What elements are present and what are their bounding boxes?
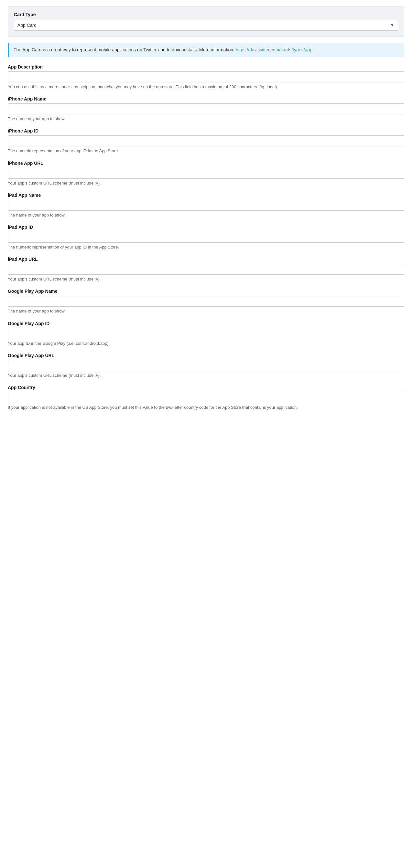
- iphone-app-id-input[interactable]: [8, 135, 404, 146]
- field-group-app-description: App Description You can use this as a mo…: [8, 64, 404, 90]
- iphone-app-name-hint: The name of your app to show.: [8, 116, 404, 122]
- google-play-app-id-label: Google Play App ID: [8, 321, 404, 326]
- app-country-input[interactable]: [8, 392, 404, 403]
- app-description-label: App Description: [8, 64, 404, 69]
- google-play-app-url-label: Google Play App URL: [8, 353, 404, 358]
- app-description-hint: You can use this as a more concise descr…: [8, 84, 404, 90]
- field-group-iphone-app-name: iPhone App Name The name of your app to …: [8, 96, 404, 122]
- ipad-app-url-hint: Your app's custom URL scheme (must inclu…: [8, 276, 404, 282]
- page-container: Card Type App Card Summary Card Summary …: [0, 0, 412, 423]
- field-group-iphone-app-id: iPhone App ID The numeric representation…: [8, 128, 404, 154]
- app-description-input[interactable]: [8, 71, 404, 83]
- card-type-select[interactable]: App Card Summary Card Summary Card with …: [14, 20, 398, 31]
- iphone-app-url-label: iPhone App URL: [8, 161, 404, 166]
- ipad-app-id-label: iPad App ID: [8, 225, 404, 230]
- google-play-app-id-hint: Your app ID in the Google Play (.i.e. co…: [8, 341, 404, 346]
- app-country-label: App Country: [8, 385, 404, 390]
- google-play-app-name-label: Google Play App Name: [8, 288, 404, 294]
- ipad-app-url-label: iPad App URL: [8, 256, 404, 262]
- iphone-app-id-hint: The numeric representation of your app I…: [8, 148, 404, 154]
- iphone-app-url-input[interactable]: [8, 168, 404, 179]
- google-play-app-name-input[interactable]: [8, 296, 404, 307]
- app-country-hint: If your application is not available in …: [8, 405, 404, 410]
- info-box: The App Card is a great way to represent…: [8, 43, 404, 57]
- google-play-app-url-hint: Your app's custom URL scheme (must inclu…: [8, 373, 404, 378]
- ipad-app-id-hint: The numeric representation of your app I…: [8, 244, 404, 250]
- field-group-ipad-app-id: iPad App ID The numeric representation o…: [8, 225, 404, 250]
- ipad-app-id-input[interactable]: [8, 232, 404, 243]
- card-type-label: Card Type: [14, 12, 398, 17]
- iphone-app-name-input[interactable]: [8, 103, 404, 115]
- field-group-google-play-app-url: Google Play App URL Your app's custom UR…: [8, 353, 404, 378]
- card-type-section: Card Type App Card Summary Card Summary …: [8, 6, 404, 37]
- card-type-select-wrapper: App Card Summary Card Summary Card with …: [14, 20, 398, 31]
- field-group-ipad-app-url: iPad App URL Your app's custom URL schem…: [8, 256, 404, 282]
- ipad-app-name-input[interactable]: [8, 200, 404, 211]
- ipad-app-url-input[interactable]: [8, 264, 404, 275]
- google-play-app-id-input[interactable]: [8, 328, 404, 339]
- iphone-app-url-hint: Your app's custom URL scheme (must inclu…: [8, 180, 404, 186]
- info-box-text: The App Card is a great way to represent…: [13, 47, 236, 52]
- field-group-ipad-app-name: iPad App Name The name of your app to sh…: [8, 193, 404, 218]
- google-play-app-name-hint: The name of your app to show.: [8, 308, 404, 314]
- iphone-app-id-label: iPhone App ID: [8, 128, 404, 133]
- field-group-iphone-app-url: iPhone App URL Your app's custom URL sch…: [8, 161, 404, 186]
- google-play-app-url-input[interactable]: [8, 360, 404, 371]
- info-box-link[interactable]: https://dev.twitter.com/cards/types/app: [236, 47, 313, 52]
- field-group-google-play-app-id: Google Play App ID Your app ID in the Go…: [8, 321, 404, 346]
- field-group-google-play-app-name: Google Play App Name The name of your ap…: [8, 288, 404, 314]
- ipad-app-name-label: iPad App Name: [8, 193, 404, 198]
- field-group-app-country: App Country If your application is not a…: [8, 385, 404, 410]
- iphone-app-name-label: iPhone App Name: [8, 96, 404, 101]
- ipad-app-name-hint: The name of your app to show.: [8, 212, 404, 218]
